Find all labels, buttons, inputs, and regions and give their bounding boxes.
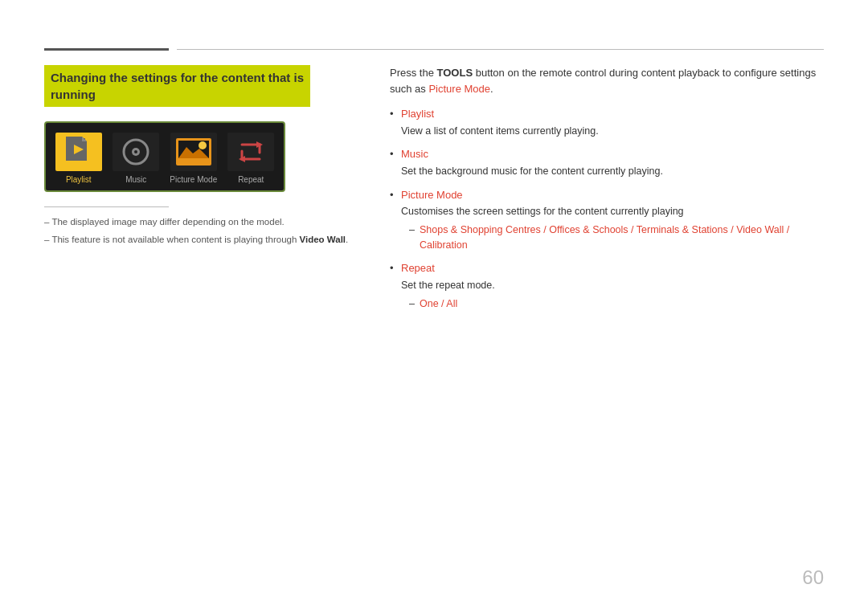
section-title-line2: running — [51, 88, 96, 101]
repeat-options: One / All — [420, 296, 457, 312]
right-column: Press the TOOLS button on the remote con… — [390, 65, 824, 319]
playlist-icon — [66, 137, 92, 167]
playlist-icon-box — [55, 133, 102, 171]
picture-mode-options: Shops & Shopping Centres / Offices & Sch… — [420, 223, 824, 253]
page-container: Changing the settings for the content th… — [0, 0, 868, 613]
picture-mode-icon — [175, 137, 212, 166]
picture-mode-term: Picture Mode — [401, 187, 824, 203]
picture-mode-sub-item: Shops & Shopping Centres / Offices & Sch… — [409, 223, 824, 253]
picture-mode-link: Picture Mode — [428, 83, 490, 95]
music-desc: Set the background music for the content… — [401, 164, 824, 179]
section-title: Changing the settings for the content th… — [44, 65, 310, 107]
repeat-label: Repeat — [238, 175, 264, 184]
playlist-term: Playlist — [401, 106, 824, 122]
svg-point-10 — [199, 141, 207, 149]
svg-point-6 — [134, 150, 137, 153]
notes-divider — [44, 206, 169, 207]
list-item-repeat: Repeat Set the repeat mode. One / All — [390, 260, 824, 311]
svg-marker-2 — [82, 137, 87, 141]
music-icon — [122, 138, 149, 166]
page-number: 60 — [802, 566, 824, 589]
content-area: Changing the settings for the content th… — [44, 65, 824, 319]
top-divider — [44, 48, 824, 51]
repeat-desc: Set the repeat mode. — [401, 278, 824, 293]
repeat-term: Repeat — [401, 260, 824, 276]
features-list: Playlist View a list of content items cu… — [390, 106, 824, 311]
ui-screenshot-mockup: Playlist Music — [44, 121, 285, 192]
picture-mode-desc: Customises the screen settings for the c… — [401, 204, 824, 219]
ui-item-picture-mode: Picture Mode — [169, 133, 219, 184]
repeat-sub-item: One / All — [409, 296, 824, 312]
list-item-picture-mode: Picture Mode Customises the screen setti… — [390, 187, 824, 253]
picture-mode-label: Picture Mode — [170, 175, 217, 184]
top-line-right — [177, 49, 824, 50]
ui-item-playlist: Playlist — [54, 133, 104, 184]
picture-mode-icon-box — [170, 133, 217, 171]
left-column: Changing the settings for the content th… — [44, 65, 358, 319]
note-2: – This feature is not available when con… — [44, 233, 358, 246]
section-title-line1: Changing the settings for the content th… — [51, 71, 304, 84]
top-line-left — [44, 48, 169, 51]
list-item-playlist: Playlist View a list of content items cu… — [390, 106, 824, 138]
note-1: – The displayed image may differ dependi… — [44, 215, 358, 228]
ui-item-music: Music — [112, 133, 162, 184]
music-icon-box — [113, 133, 159, 171]
playlist-label: Playlist — [66, 175, 92, 184]
intro-paragraph: Press the TOOLS button on the remote con… — [390, 65, 824, 96]
tools-bold: TOOLS — [437, 67, 473, 79]
repeat-icon-box — [227, 133, 274, 171]
ui-item-repeat: Repeat — [227, 133, 276, 184]
music-term: Music — [401, 146, 824, 162]
list-item-music: Music Set the background music for the c… — [390, 146, 824, 178]
playlist-desc: View a list of content items currently p… — [401, 124, 824, 139]
repeat-icon — [237, 140, 264, 164]
video-wall-link: Video Wall — [300, 235, 346, 244]
music-label: Music — [125, 175, 146, 184]
